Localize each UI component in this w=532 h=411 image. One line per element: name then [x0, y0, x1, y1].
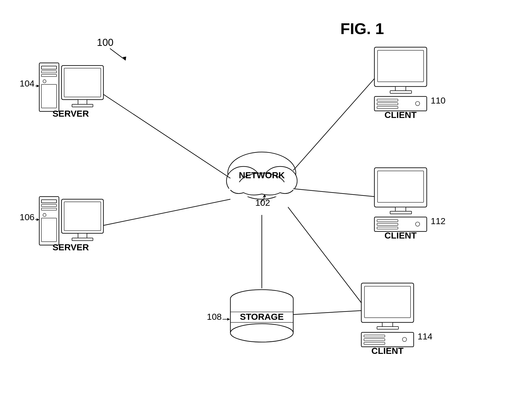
- client3: CLIENT 114: [361, 283, 433, 356]
- svg-rect-66: [377, 220, 398, 222]
- svg-rect-62: [378, 171, 424, 202]
- svg-marker-38: [37, 218, 39, 221]
- svg-rect-18: [64, 68, 101, 97]
- server2: SERVER 106: [20, 197, 103, 252]
- svg-rect-78: [364, 339, 385, 341]
- svg-rect-67: [377, 223, 398, 225]
- svg-rect-57: [377, 106, 398, 109]
- svg-rect-64: [390, 211, 412, 214]
- svg-text:104: 104: [20, 78, 35, 88]
- svg-rect-68: [377, 227, 398, 229]
- svg-rect-6: [229, 182, 295, 197]
- svg-marker-49: [227, 318, 230, 321]
- svg-rect-30: [41, 218, 57, 242]
- svg-point-43: [230, 324, 293, 342]
- svg-rect-27: [41, 204, 57, 207]
- server1: SERVER 104: [20, 63, 103, 118]
- svg-text:SERVER: SERVER: [52, 242, 89, 252]
- svg-rect-75: [377, 327, 398, 329]
- svg-rect-51: [378, 50, 424, 82]
- network-cloud: NETWORK 102: [226, 152, 297, 208]
- svg-rect-77: [364, 335, 385, 337]
- svg-rect-16: [41, 84, 57, 108]
- svg-text:106: 106: [20, 212, 35, 222]
- svg-text:110: 110: [431, 95, 446, 105]
- svg-text:CLIENT: CLIENT: [372, 346, 404, 356]
- svg-rect-20: [72, 104, 93, 107]
- svg-rect-13: [41, 71, 57, 73]
- svg-rect-73: [364, 286, 411, 318]
- svg-text:102: 102: [255, 198, 270, 208]
- svg-line-89: [293, 311, 361, 315]
- svg-text:114: 114: [418, 331, 433, 341]
- svg-text:SERVER: SERVER: [52, 109, 89, 118]
- client1: CLIENT 110: [374, 47, 446, 120]
- svg-rect-34: [72, 238, 93, 241]
- svg-text:STORAGE: STORAGE: [240, 312, 284, 322]
- svg-line-0: [110, 48, 126, 60]
- svg-text:108: 108: [207, 312, 222, 322]
- svg-point-69: [415, 222, 420, 226]
- diagram-container: FIG. 1 100 NETWORK 102: [0, 0, 532, 411]
- svg-rect-56: [377, 103, 398, 105]
- svg-rect-53: [390, 91, 412, 93]
- svg-line-83: [103, 94, 230, 178]
- svg-text:112: 112: [431, 216, 446, 226]
- svg-line-85: [293, 79, 374, 170]
- client2: CLIENT 112: [374, 168, 446, 240]
- svg-point-15: [43, 80, 46, 83]
- svg-rect-26: [41, 200, 57, 203]
- svg-text:CLIENT: CLIENT: [385, 230, 417, 240]
- svg-point-29: [43, 213, 46, 217]
- svg-rect-14: [41, 74, 57, 77]
- svg-point-58: [415, 101, 420, 106]
- svg-rect-28: [41, 208, 57, 210]
- svg-text:NETWORK: NETWORK: [239, 170, 285, 180]
- svg-point-80: [402, 337, 407, 342]
- svg-rect-32: [64, 202, 101, 231]
- svg-rect-12: [41, 66, 57, 69]
- ref-100: 100: [97, 37, 113, 48]
- figure-title: FIG. 1: [340, 20, 384, 37]
- svg-rect-55: [377, 99, 398, 101]
- svg-line-86: [293, 189, 374, 197]
- svg-text:CLIENT: CLIENT: [385, 110, 417, 120]
- svg-rect-79: [364, 342, 385, 344]
- svg-line-87: [288, 207, 361, 303]
- svg-marker-24: [37, 85, 39, 87]
- storage: STORAGE 108: [207, 290, 293, 342]
- svg-line-84: [103, 199, 230, 225]
